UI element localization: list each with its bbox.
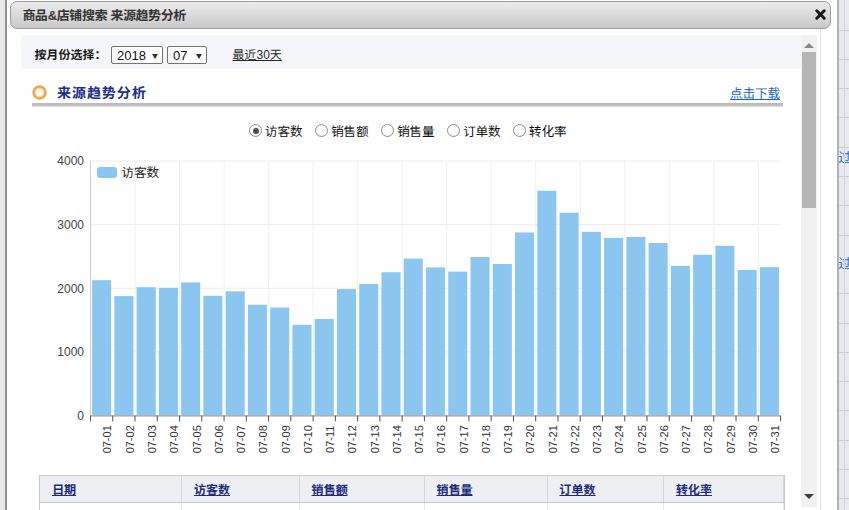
svg-text:07-18: 07-18	[480, 425, 492, 453]
svg-text:07-19: 07-19	[502, 425, 514, 453]
svg-text:2000: 2000	[57, 282, 84, 296]
svg-text:07-11: 07-11	[324, 426, 336, 453]
svg-text:0: 0	[77, 409, 84, 423]
svg-text:07-20: 07-20	[524, 425, 536, 453]
svg-text:07-10: 07-10	[302, 425, 314, 453]
svg-text:4000: 4000	[57, 154, 84, 168]
svg-text:07-12: 07-12	[346, 425, 358, 453]
svg-text:07-28: 07-28	[702, 425, 714, 453]
svg-text:07-16: 07-16	[435, 425, 447, 453]
svg-text:07-09: 07-09	[280, 425, 292, 453]
svg-text:07-02: 07-02	[124, 425, 136, 453]
svg-text:07-31: 07-31	[769, 425, 781, 453]
svg-text:07-07: 07-07	[235, 425, 247, 453]
svg-text:07-27: 07-27	[680, 425, 692, 453]
svg-text:07-08: 07-08	[257, 425, 269, 453]
svg-text:07-14: 07-14	[391, 425, 403, 453]
svg-text:07-15: 07-15	[413, 425, 425, 453]
svg-text:07-30: 07-30	[747, 425, 759, 453]
svg-text:07-05: 07-05	[191, 425, 203, 453]
svg-text:3000: 3000	[57, 218, 84, 232]
svg-text:07-25: 07-25	[636, 425, 648, 453]
svg-text:07-29: 07-29	[725, 425, 737, 453]
svg-text:07-22: 07-22	[569, 425, 581, 453]
svg-text:07-13: 07-13	[369, 425, 381, 453]
svg-text:07-03: 07-03	[146, 425, 158, 453]
svg-text:1000: 1000	[57, 345, 84, 359]
svg-text:访客数: 访客数	[122, 162, 160, 181]
svg-text:07-23: 07-23	[591, 425, 603, 453]
svg-text:07-24: 07-24	[613, 425, 625, 453]
svg-text:07-21: 07-21	[547, 425, 559, 453]
svg-text:07-17: 07-17	[458, 425, 470, 453]
svg-text:07-04: 07-04	[168, 425, 180, 453]
svg-text:07-01: 07-01	[101, 425, 113, 453]
svg-text:07-06: 07-06	[213, 425, 225, 453]
svg-text:07-26: 07-26	[658, 425, 670, 453]
